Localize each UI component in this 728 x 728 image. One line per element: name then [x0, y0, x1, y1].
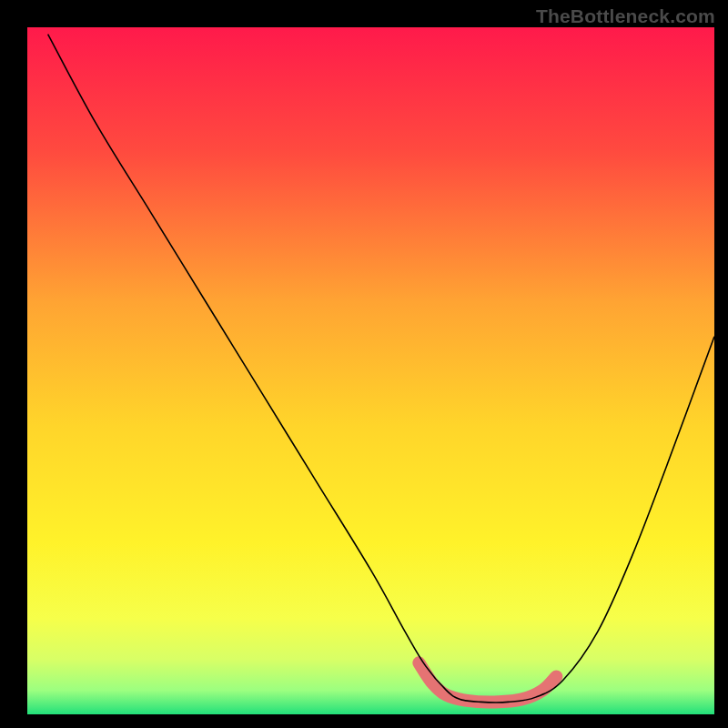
gradient-background — [27, 27, 714, 714]
chart-svg — [0, 0, 728, 728]
chart-stage: TheBottleneck.com — [0, 0, 728, 728]
